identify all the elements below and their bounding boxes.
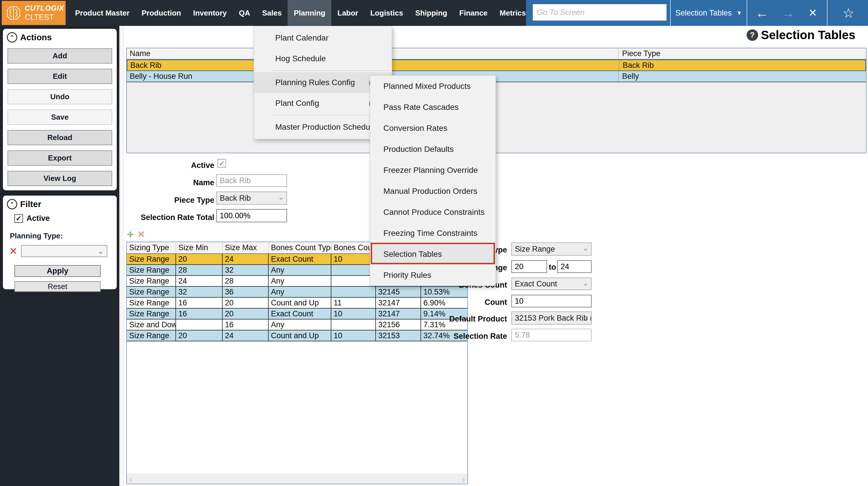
submenu-item-label: Pass Rate Cascades <box>383 103 459 112</box>
filter-panel: ⌃ Filter ✓ Active Planning Type: ✕ ⌄ App… <box>2 195 117 290</box>
grid-cell: 20 <box>176 330 223 341</box>
apply-button[interactable]: Apply <box>14 265 101 277</box>
forward-button[interactable]: → <box>778 0 798 26</box>
chevron-down-icon: ⌄ <box>582 279 589 287</box>
reset-button[interactable]: Reset <box>14 281 101 292</box>
grid-cell: 20 <box>176 254 223 264</box>
selection-rate-input[interactable] <box>512 329 592 341</box>
name-input[interactable] <box>216 174 287 187</box>
piece-type-value: Back Rib <box>220 194 260 203</box>
add-row-icon[interactable]: + <box>127 229 134 240</box>
menu-item-label: Hog Schedule <box>275 54 326 63</box>
range-from-input[interactable] <box>512 260 547 273</box>
grid-cell: 24 <box>223 330 269 341</box>
scroll-right-icon[interactable]: › <box>462 474 465 484</box>
submenu-item-planned-mixed-products[interactable]: Planned Mixed Products <box>370 75 496 97</box>
collapse-actions-icon[interactable]: ⌃ <box>7 32 17 42</box>
column-header-piece-type[interactable]: Piece Type <box>618 48 866 59</box>
nav-item-shipping[interactable]: Shipping <box>409 0 453 26</box>
menu-item-plant-calendar[interactable]: Plant Calendar <box>254 28 392 48</box>
sidebar-splitter[interactable] <box>123 26 123 486</box>
submenu-item-manual-production-orders[interactable]: Manual Production Orders <box>370 181 496 202</box>
menu-item-label: Plant Calendar <box>275 33 329 42</box>
reload-button[interactable]: Reload <box>7 130 112 145</box>
sizing-type-select[interactable]: Size Range ⌄ <box>512 242 592 256</box>
submenu-item-label: Freezing Time Constraints <box>383 229 477 238</box>
nav-item-sales[interactable]: Sales <box>256 0 288 26</box>
piece-type-select[interactable]: Back Rib ⌄ <box>216 191 287 205</box>
grid-header-size-max[interactable]: Size Max <box>223 242 269 253</box>
grid-cell: 32147 <box>376 309 421 319</box>
save-button[interactable]: Save <box>7 110 112 125</box>
nav-item-qa[interactable]: QA <box>233 0 256 26</box>
close-screen-button[interactable]: ✕ <box>803 0 823 26</box>
nav-item-planning[interactable]: Planning <box>288 0 331 26</box>
default-product-select[interactable]: 32153 Pork Back Rib (20-24) IV ⌄ <box>512 311 592 325</box>
menu-separator <box>254 69 392 72</box>
nav-item-logistics[interactable]: Logistics <box>364 0 409 26</box>
horizontal-scrollbar[interactable]: ‹ › <box>127 474 467 484</box>
submenu-item-pass-rate-cascades[interactable]: Pass Rate Cascades <box>370 97 496 118</box>
filter-active-checkbox[interactable]: ✓ <box>14 214 23 223</box>
sidebar-splitter[interactable] <box>121 26 121 486</box>
grid-cell: Size Range <box>127 254 176 264</box>
grid-row[interactable]: Size Range3236Any3214510.53% <box>127 287 467 298</box>
submenu-item-conversion-rates[interactable]: Conversion Rates <box>370 118 496 139</box>
range-to-input[interactable] <box>557 260 592 273</box>
grid-header-sizing-type[interactable]: Sizing Type <box>127 242 176 253</box>
help-icon[interactable]: ? <box>747 29 758 41</box>
export-button[interactable]: Export <box>7 150 112 165</box>
submenu-item-freezer-planning-override[interactable]: Freezer Planning Override <box>370 160 496 181</box>
environment-name: CLTEST <box>25 13 64 22</box>
grid-cell: 32 <box>176 287 223 297</box>
favorite-star-button[interactable]: ☆ <box>838 0 859 26</box>
back-button[interactable]: ← <box>752 0 772 26</box>
submenu-item-cannot-produce-constraints[interactable]: Cannot Produce Constraints <box>370 202 496 222</box>
scroll-left-icon[interactable]: ‹ <box>129 474 132 484</box>
grid-row[interactable]: Size Range1620Count and Up11321476.90% <box>127 298 467 309</box>
selection-rate-total-input[interactable] <box>216 209 287 222</box>
grid-row[interactable]: Size Range1620Exact Count10321479.14% <box>127 309 467 320</box>
chevron-down-icon: ⌄ <box>582 244 589 252</box>
grid-header-bones-count[interactable]: Bones Count <box>331 242 376 253</box>
page-title: Selection Tables <box>761 28 855 42</box>
delete-row-icon[interactable]: ✕ <box>137 229 145 240</box>
grid-cell: 11 <box>331 298 376 308</box>
table-row[interactable]: Belly - House RunBelly <box>127 71 866 82</box>
grid-row[interactable]: Size and Down16Any321567.31% <box>127 320 467 330</box>
edit-button[interactable]: Edit <box>7 69 112 84</box>
record-active-checkbox[interactable]: ✓ <box>217 159 226 168</box>
nav-item-production[interactable]: Production <box>135 0 187 26</box>
table-row[interactable]: Back RibBack Rib <box>127 60 866 71</box>
view-log-button[interactable]: View Log <box>7 171 112 186</box>
planning-type-select[interactable]: ⌄ <box>21 245 107 257</box>
grid-row[interactable]: Size Range2024Count and Up103215332.74% <box>127 330 467 341</box>
submenu-item-production-defaults[interactable]: Production Defaults <box>370 139 496 160</box>
submenu-item-label: Freezer Planning Override <box>383 165 478 175</box>
grid-cell: 10 <box>331 309 376 319</box>
undo-button[interactable]: Undo <box>7 89 112 104</box>
grid-cell: Size Range <box>127 330 176 341</box>
menu-item-hog-schedule[interactable]: Hog Schedule <box>254 48 392 69</box>
nav-item-inventory[interactable]: Inventory <box>187 0 233 26</box>
logo-block: CUTLOGIX CLTEST <box>2 1 66 25</box>
submenu-item-priority-rules[interactable]: Priority Rules <box>370 265 496 285</box>
clear-filter-icon[interactable]: ✕ <box>9 245 18 257</box>
divider <box>670 0 671 26</box>
nav-item-finance[interactable]: Finance <box>453 0 494 26</box>
collapse-filter-icon[interactable]: ⌃ <box>7 199 17 209</box>
grid-cell: Exact Count <box>269 309 331 319</box>
nav-item-product-master[interactable]: Product Master <box>69 0 135 26</box>
grid-header-size-min[interactable]: Size Min <box>176 242 223 253</box>
count-input[interactable] <box>512 295 592 307</box>
bones-count-select[interactable]: Exact Count ⌄ <box>512 277 592 290</box>
goto-screen-input[interactable] <box>533 4 667 21</box>
submenu-item-freezing-time-constraints[interactable]: Freezing Time Constraints <box>370 222 496 244</box>
grid-header-bones-count-type[interactable]: Bones Count Type <box>269 242 331 253</box>
submenu-item-selection-tables[interactable]: Selection Tables <box>370 244 496 265</box>
nav-item-labor[interactable]: Labor <box>331 0 364 26</box>
menu-item-label: Planning Rules Config <box>275 78 355 87</box>
add-button[interactable]: Add <box>7 48 112 64</box>
grid-cell: 10 <box>331 254 376 264</box>
screen-selector-dropdown[interactable]: Selection Tables ▼ <box>671 0 746 26</box>
